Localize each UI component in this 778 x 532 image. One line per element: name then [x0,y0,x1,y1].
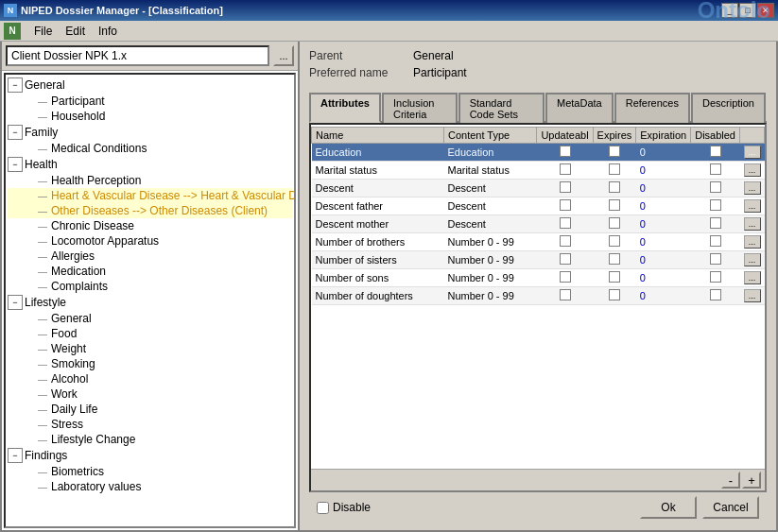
tree-group-label[interactable]: −Health [8,156,292,173]
tree-leaf-item[interactable]: Allergies [8,249,292,264]
cell-disabled[interactable] [691,287,740,305]
tree-leaf-item[interactable]: Smoking [8,356,292,371]
table-row[interactable]: Number of brothersNumber 0 - 990... [312,233,765,251]
disabled-checkbox[interactable] [710,199,721,211]
cell-action[interactable]: ... [740,162,765,180]
attributes-table[interactable]: Name Content Type Updateabl Expires Expi… [311,127,765,469]
cell-expires[interactable] [593,269,636,287]
cell-expires[interactable] [593,215,636,233]
cell-action[interactable]: ... [740,144,765,162]
disabled-checkbox[interactable] [710,253,721,265]
tree-leaf-item[interactable]: Household [8,109,292,124]
cancel-button[interactable]: Cancel [702,496,759,519]
updateabl-checkbox[interactable] [560,199,571,211]
updateabl-checkbox[interactable] [560,163,571,175]
tree-leaf-item[interactable]: Weight [8,341,292,356]
updateabl-checkbox[interactable] [560,289,571,300]
cell-expires[interactable] [593,197,636,215]
expires-checkbox[interactable] [609,181,620,193]
tree-leaf-item[interactable]: Daily Life [8,402,292,417]
cell-action[interactable]: ... [740,251,765,269]
cell-expires[interactable] [593,233,636,251]
tree-expand-icon[interactable]: − [8,295,23,310]
expires-checkbox[interactable] [609,199,620,211]
cell-updateabl[interactable] [537,251,593,269]
tree-leaf-item[interactable]: General [8,311,292,326]
cell-updateabl[interactable] [537,269,593,287]
tree-leaf-item[interactable]: Alcohol [8,371,292,386]
cell-expires[interactable] [593,251,636,269]
disabled-checkbox[interactable] [710,289,721,300]
updateabl-checkbox[interactable] [560,217,571,229]
cell-disabled[interactable] [691,144,740,162]
tree-expand-icon[interactable]: − [8,77,23,93]
updateabl-checkbox[interactable] [560,181,571,193]
cell-updateabl[interactable] [537,215,593,233]
cell-updateabl[interactable] [537,180,593,197]
tree-group-label[interactable]: −Family [8,124,292,141]
menu-info[interactable]: Info [93,23,123,40]
table-row[interactable]: Descent motherDescent0... [312,215,765,233]
menu-edit[interactable]: Edit [60,23,91,40]
row-action-button[interactable]: ... [744,217,761,231]
cell-disabled[interactable] [691,180,740,197]
cell-disabled[interactable] [691,162,740,180]
disabled-checkbox[interactable] [710,181,721,193]
table-row[interactable]: Descent fatherDescent0... [312,197,765,215]
updateabl-checkbox[interactable] [560,271,571,283]
cell-expires[interactable] [593,162,636,180]
cell-disabled[interactable] [691,251,740,269]
cell-action[interactable]: ... [740,215,765,233]
dossier-dropdown[interactable]: Client Dossier NPK 1.x [6,45,269,66]
cell-updateabl[interactable] [537,233,593,251]
tree-leaf-item[interactable]: Stress [8,417,292,432]
tab-metadata[interactable]: MetaData [545,93,614,123]
tree-group-label[interactable]: −Findings [8,447,292,464]
expires-checkbox[interactable] [609,163,620,175]
cell-action[interactable]: ... [740,180,765,197]
disabled-checkbox[interactable] [710,146,721,157]
cell-disabled[interactable] [691,269,740,287]
row-action-button[interactable]: ... [744,253,761,266]
remove-row-button[interactable]: - [721,472,740,489]
row-action-button[interactable]: ... [744,181,761,195]
maximize-button[interactable]: □ [739,3,756,18]
tree-leaf-item[interactable]: Other Diseases --> Other Diseases (Clien… [8,203,292,218]
table-row[interactable]: DescentDescent0... [312,180,765,197]
tree-container[interactable]: −GeneralParticipantHousehold−FamilyMedic… [4,73,296,528]
tab-inclusion[interactable]: Inclusion Criteria [382,93,458,123]
tree-expand-icon[interactable]: − [8,157,23,172]
tree-leaf-item[interactable]: Medication [8,264,292,279]
tab-description[interactable]: Description [691,93,766,123]
expires-checkbox[interactable] [609,217,620,229]
updateabl-checkbox[interactable] [560,253,571,265]
disabled-checkbox[interactable] [710,235,721,247]
disabled-checkbox[interactable] [710,217,721,229]
close-button[interactable]: ✕ [757,3,774,18]
tree-group-label[interactable]: −Lifestyle [8,294,292,311]
add-row-button[interactable]: + [742,472,761,489]
cell-expires[interactable] [593,180,636,197]
cell-updateabl[interactable] [537,144,593,162]
row-action-button[interactable]: ... [744,146,761,159]
cell-action[interactable]: ... [740,269,765,287]
cell-expires[interactable] [593,144,636,162]
cell-expires[interactable] [593,287,636,305]
tab-references[interactable]: References [614,93,690,123]
expires-checkbox[interactable] [609,289,620,300]
table-row[interactable]: EducationEducation0... [312,144,765,162]
cell-updateabl[interactable] [537,287,593,305]
menu-file[interactable]: File [28,23,58,40]
expires-checkbox[interactable] [609,253,620,265]
row-action-button[interactable]: ... [744,163,761,177]
cell-disabled[interactable] [691,197,740,215]
tree-leaf-item[interactable]: Lifestyle Change [8,432,292,447]
cell-disabled[interactable] [691,215,740,233]
tree-leaf-item[interactable]: Biometrics [8,464,292,479]
tree-leaf-item[interactable]: Locomotor Apparatus [8,233,292,249]
expires-checkbox[interactable] [609,146,620,157]
tab-standard[interactable]: Standard Code Sets [458,93,545,123]
updateabl-checkbox[interactable] [560,146,571,157]
tree-leaf-item[interactable]: Medical Conditions [8,141,292,156]
tree-expand-icon[interactable]: − [8,125,23,140]
